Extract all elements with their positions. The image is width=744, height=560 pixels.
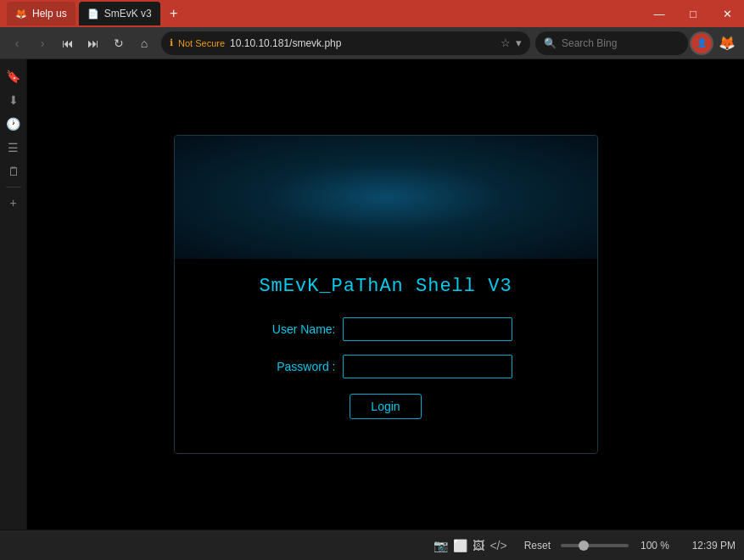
login-button[interactable]: Login — [350, 394, 421, 419]
address-bar: ℹ Not Secure ☆ ▾ — [161, 31, 530, 55]
window-controls: — □ ✕ — [642, 0, 744, 27]
username-row: User Name: — [200, 317, 572, 341]
tab-smevk[interactable]: 📄 SmEvK v3 — [79, 2, 160, 25]
login-btn-row: Login — [200, 394, 572, 419]
status-bar: 📷 ⬜ 🖼 </> Reset 100 % 12:39 PM — [0, 529, 744, 560]
nav-bar: ‹ › ⏮ ⏭ ↻ ⌂ ℹ Not Secure ☆ ▾ 🔍 ▾ 👤 🦊 — [0, 27, 744, 59]
bookmark-button[interactable]: ☆ — [501, 36, 511, 49]
sidebar-download-button[interactable]: ⬇ — [3, 90, 24, 110]
tab-icon-help: 🦊 — [15, 8, 27, 20]
sidebar-bookmark-button[interactable]: 🔖 — [3, 66, 24, 87]
tab-smevk-label: SmEvK v3 — [104, 8, 152, 20]
code-icon-button[interactable]: </> — [489, 539, 506, 552]
browser-body: 🔖 ⬇ 🕐 ☰ 🗒 + SmEvK_PaThAn Shell V3 User N… — [0, 59, 744, 529]
refresh-button[interactable]: ↻ — [107, 31, 131, 55]
maximize-button[interactable]: □ — [676, 0, 710, 27]
password-input[interactable] — [343, 355, 512, 378]
tabs-area: 🦊 Help us 📄 SmEvK v3 + — [7, 2, 184, 25]
close-button[interactable]: ✕ — [710, 0, 744, 27]
password-label: Password : — [260, 360, 336, 373]
panel-header-image — [175, 136, 597, 259]
tablet-icon-button[interactable]: ⬜ — [453, 539, 467, 552]
image-icon-button[interactable]: 🖼 — [473, 539, 484, 552]
minimize-button[interactable]: — — [642, 0, 676, 27]
login-panel: SmEvK_PaThAn Shell V3 User Name: Passwor… — [174, 135, 598, 454]
panel-body: SmEvK_PaThAn Shell V3 User Name: Passwor… — [175, 259, 597, 453]
skip-back-button[interactable]: ⏮ — [56, 31, 80, 55]
not-secure-label: Not Secure — [178, 38, 225, 48]
tab-icon-smevk: 📄 — [87, 8, 99, 20]
web-content: SmEvK_PaThAn Shell V3 User Name: Passwor… — [27, 59, 744, 529]
status-icons: 📷 ⬜ 🖼 </> — [434, 539, 506, 552]
zoom-slider[interactable] — [561, 544, 629, 547]
zoom-percent: 100 % — [635, 540, 669, 552]
sidebar-history-button[interactable]: 🕐 — [3, 114, 24, 134]
new-tab-button[interactable]: + — [164, 3, 184, 24]
tab-help-us[interactable]: 🦊 Help us — [7, 2, 76, 25]
panel-title: SmEvK_PaThAn Shell V3 — [200, 276, 572, 297]
clock: 12:39 PM — [676, 540, 736, 552]
tab-help-us-label: Help us — [32, 8, 67, 20]
sidebar: 🔖 ⬇ 🕐 ☰ 🗒 + — [0, 59, 27, 529]
reset-label: Reset — [524, 540, 551, 552]
profile-button[interactable]: 👤 — [690, 31, 713, 55]
username-input[interactable] — [343, 317, 512, 341]
back-button[interactable]: ‹ — [5, 31, 29, 55]
username-label: User Name: — [260, 322, 336, 336]
search-bar: 🔍 ▾ — [535, 31, 688, 55]
password-row: Password : — [200, 355, 572, 378]
forward-button[interactable]: › — [31, 31, 54, 55]
avatar: 👤 — [691, 33, 712, 53]
bookmark-dropdown[interactable]: ▾ — [516, 36, 522, 49]
security-icon: ℹ — [170, 37, 173, 48]
sidebar-reading-button[interactable]: ☰ — [3, 137, 24, 158]
address-input[interactable] — [230, 37, 495, 49]
camera-icon-button[interactable]: 📷 — [434, 539, 448, 552]
skip-forward-button[interactable]: ⏭ — [81, 31, 105, 55]
extension-button[interactable]: 🦊 — [715, 31, 739, 55]
search-input[interactable] — [562, 37, 689, 49]
title-bar: 🦊 Help us 📄 SmEvK v3 + — □ ✕ — [0, 0, 744, 27]
search-icon: 🔍 — [544, 37, 557, 49]
sidebar-divider — [6, 187, 21, 188]
sidebar-add-button[interactable]: + — [3, 193, 24, 213]
home-button[interactable]: ⌂ — [132, 31, 156, 55]
sidebar-notes-button[interactable]: 🗒 — [3, 161, 24, 182]
